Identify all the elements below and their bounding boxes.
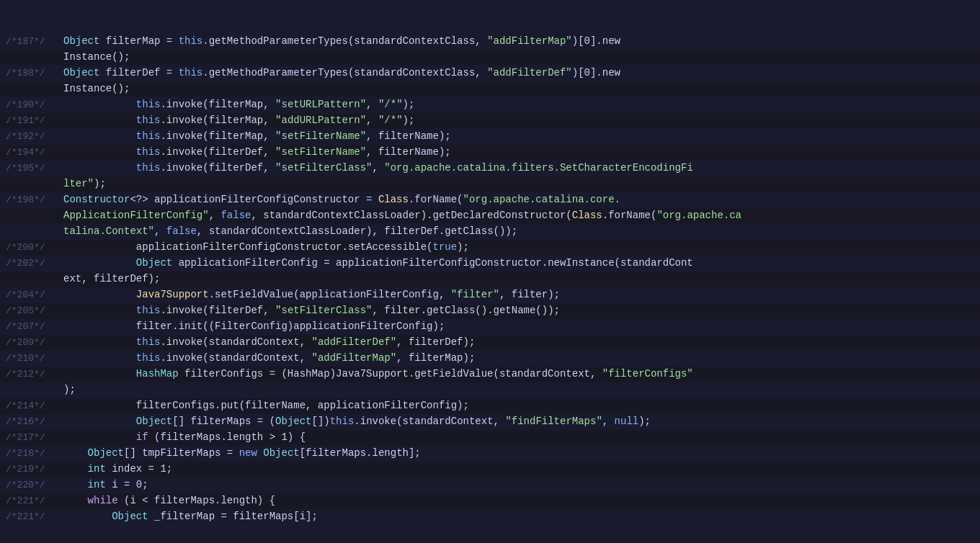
code-token: this [136,336,161,348]
code-token: this [136,305,161,316]
code-token: false [166,225,197,237]
table-row: /*191*/ this.invoke(filterMap, "addURLPa… [0,113,980,129]
code-token: filterConfigs = (HashMap)Java7Support.ge… [179,368,602,380]
line-content: this.invoke(filterDef, "setFilterClass",… [58,161,980,176]
code-token: filterMap = [99,35,178,47]
code-token: , standardContextClassLoader).getDeclare… [251,210,571,221]
table-row: /*195*/ this.invoke(filterDef, "setFilte… [0,161,980,176]
code-token: "addURLPattern" [275,115,366,126]
code-token: , [366,115,378,126]
line-content: this.invoke(filterMap, "addURLPattern", … [58,113,980,129]
line-content: this.invoke(filterDef, "setFilterClass",… [58,303,980,319]
table-row: /*220*/ int i = 0; [0,477,980,493]
table-row: /*188*/Object filterDef = this.getMethod… [0,66,980,81]
line-number: /*200*/ [0,241,58,255]
line-content: filter.init((FilterConfig)applicationFil… [58,319,980,335]
line-number: /*214*/ [0,399,58,413]
code-token: "setFilterClass" [275,162,372,174]
line-content: this.invoke(filterDef, "setFilterName", … [58,145,980,161]
table-row: /*200*/ applicationFilterConfigConstruct… [0,240,980,256]
code-token: Instance(); [63,51,130,63]
code-token: int [63,463,106,475]
table-row: ext, filterDef); [0,272,980,287]
table-row: talina.Context", false, standardContextC… [0,224,980,240]
code-token: Object [136,416,172,427]
table-row: /*221*/ while (i < filterMaps.length) { [0,493,980,509]
table-row: /*219*/ int index = 1; [0,462,980,477]
code-token: HashMap [136,368,179,380]
code-token: , [209,210,221,221]
code-token: Class [378,194,409,205]
code-token: .invoke(standardContext, [160,336,311,348]
code-token: "addFilterMap" [487,35,572,47]
line-content: Object _filterMap = filterMaps[i]; [58,509,980,525]
code-token: .getMethodParameterTypes(standardContext… [202,35,487,47]
code-token: ); [94,178,106,189]
line-number: /*220*/ [0,478,58,493]
line-number: /*219*/ [0,462,58,477]
code-token: this [136,352,161,364]
line-number: /*205*/ [0,304,58,318]
line-content: this.invoke(standardContext, "addFilterM… [58,351,980,367]
code-token: .invoke(filterMap, [160,130,275,142]
code-token: Object [136,257,172,269]
table-row: /*187*/Object filterMap = this.getMethod… [0,34,980,50]
line-content: int index = 1; [58,462,980,477]
code-token: this [179,67,203,78]
code-token: talina.Context" [63,225,154,237]
code-token: filter.init((FilterConfig)applicationFil… [136,320,445,332]
line-content: ); [58,382,980,398]
code-token: "setURLPattern" [275,99,366,110]
code-token: Constructor [63,194,130,205]
code-token: "setFilterName" [275,130,366,142]
line-number: /*210*/ [0,351,58,366]
code-token: "addFilterDef" [311,336,396,348]
code-token: "filter" [451,289,499,300]
code-token: ext, filterDef); [63,273,160,284]
table-row: /*204*/ Java7Support.setFieldValue(appli… [0,287,980,303]
table-row: /*218*/ Object[] tmpFilterMaps = new Obj… [0,446,980,462]
code-block: /*187*/Object filterMap = this.getMethod… [0,0,980,528]
code-token: .getMethodParameterTypes(standardContext… [202,67,487,78]
table-row: Instance(); [0,81,980,97]
line-number: /*221*/ [0,494,58,508]
code-token: this [136,99,161,110]
table-row: /*205*/ this.invoke(filterDef, "setFilte… [0,303,980,319]
line-content: Constructor<?> applicationFilterConfigCo… [58,192,980,208]
code-token: this [136,146,161,158]
code-token: )[0].new [572,67,620,78]
code-token: if [136,431,148,443]
code-token: applicationFilterConfig = applicationFil… [172,257,693,269]
code-token: , filter); [499,289,560,300]
line-content: int i = 0; [58,477,980,493]
line-number: /*204*/ [0,288,58,302]
code-token: <?> applicationFilterConfigConstructor = [130,194,378,205]
table-row: ); [0,382,980,398]
table-row: /*214*/ filterConfigs.put(filterName, ap… [0,398,980,414]
line-number: /*209*/ [0,336,58,350]
code-token: .setFieldValue(applicationFilterConfig, [209,289,451,300]
line-number: /*218*/ [0,446,58,461]
line-number: /*191*/ [0,114,58,128]
line-number: /*217*/ [0,431,58,445]
line-content: Object[] tmpFilterMaps = new Object[filt… [58,446,980,462]
table-row: lter"); [0,176,980,192]
line-content: Java7Support.setFieldValue(applicationFi… [58,287,980,303]
line-number: /*212*/ [0,367,58,382]
table-row: /*210*/ this.invoke(standardContext, "ad… [0,351,980,367]
code-token: ); [457,241,469,253]
code-token: filterDef = [99,67,178,78]
code-token: , filterName); [366,130,451,142]
code-token: .invoke(filterMap, [160,99,275,110]
line-content: lter"); [58,176,980,192]
code-token: , standardContextClassLoader), filterDef… [197,225,517,237]
code-token: , filter.getClass().getName()); [373,305,560,316]
code-token: lter" [63,178,94,189]
code-token: "filterConfigs" [602,368,693,380]
table-row: ApplicationFilterConfig", false, standar… [0,208,980,224]
line-content: if (filterMaps.length > 1) { [58,430,980,446]
code-token: this [330,416,355,427]
line-content: filterConfigs.put(filterName, applicatio… [58,398,980,414]
code-token: )[0].new [572,35,620,47]
code-token: this [136,162,161,174]
